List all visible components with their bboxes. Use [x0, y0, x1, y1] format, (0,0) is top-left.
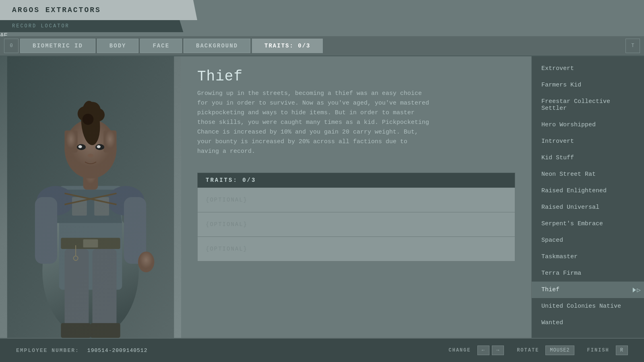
trait-list-item-introvert[interactable]: Introvert	[532, 133, 644, 150]
subtitle-bar: RECORD LOCATOR	[0, 20, 185, 32]
selected-trait-description: Growing up in the streets, becoming a th…	[197, 89, 431, 156]
change-buttons[interactable]: ← →	[477, 346, 504, 355]
portrait-background	[0, 56, 181, 338]
title-bar: ARGOS EXTRACTORS	[0, 0, 201, 20]
finish-key-btn[interactable]: R	[616, 346, 628, 355]
tab-index[interactable]: 0	[4, 39, 19, 53]
character-portrait	[0, 56, 181, 338]
tab-t[interactable]: T	[625, 39, 640, 53]
tab-face[interactable]: FACE	[140, 39, 182, 53]
trait-list-item-freestar-collective-settler[interactable]: Freestar Collective Settler	[532, 93, 644, 117]
trait-list-item-extrovert[interactable]: Extrovert	[532, 60, 644, 77]
trait-list-item-farmers-kid[interactable]: Farmers Kid	[532, 77, 644, 93]
trait-list-item-neon-street-rat[interactable]: Neon Street Rat	[532, 166, 644, 183]
rotate-key-btn[interactable]: MOUSE2	[545, 346, 574, 355]
rotate-label: ROTATE	[517, 348, 539, 353]
tab-body[interactable]: BODY	[97, 39, 139, 53]
finish-label: FINISH	[587, 348, 609, 353]
nav-tabs: 0 BIOMETRIC ID BODY FACE BACKGROUND TRAI…	[0, 36, 644, 56]
change-left-btn[interactable]: ←	[477, 346, 489, 355]
trait-list-item-raised-universal[interactable]: Raised Universal	[532, 199, 644, 216]
employee-number: 190514-2009140512	[87, 348, 148, 354]
trait-list-item-hero-worshipped[interactable]: Hero Worshipped	[532, 117, 644, 133]
trait-list-item-thief[interactable]: Thief▷	[532, 282, 644, 298]
description-panel: Thief Growing up in the streets, becomin…	[181, 56, 531, 338]
trait-list-item-raised-enlightened[interactable]: Raised Enlightened	[532, 183, 644, 199]
change-right-btn[interactable]: →	[492, 346, 504, 355]
portrait-area	[0, 56, 181, 338]
trait-list-item-kid-stuff[interactable]: Kid Stuff	[532, 150, 644, 166]
header: ARGOS EXTRACTORS RECORD LOCATOR AE	[0, 0, 644, 36]
trait-list[interactable]: ExtrovertFarmers KidFreestar Collective …	[531, 56, 644, 338]
svg-rect-35	[7, 56, 174, 338]
traits-header: TRAITS: 0/3	[197, 173, 515, 188]
footer: EMPLOYEE NUMBER: 190514-2009140512 CHANG…	[0, 338, 644, 362]
employee-label: EMPLOYEE NUMBER:	[16, 348, 79, 354]
trait-list-item-united-colonies-native[interactable]: United Colonies Native	[532, 298, 644, 315]
trait-list-item-taskmaster[interactable]: Taskmaster	[532, 249, 644, 265]
company-name: ARGOS EXTRACTORS	[12, 6, 101, 14]
trait-slot-3[interactable]: {OPTIONAL}	[197, 237, 515, 261]
tab-traits[interactable]: TRAITS: 0/3	[252, 39, 323, 53]
selected-trait-title: Thief	[197, 68, 515, 85]
tab-biometric[interactable]: BIOMETRIC ID	[20, 39, 95, 53]
main-content: Thief Growing up in the streets, becomin…	[0, 56, 644, 338]
trait-slot-1[interactable]: {OPTIONAL}	[197, 188, 515, 212]
tab-background[interactable]: BACKGROUND	[184, 39, 250, 53]
trait-list-item-wanted[interactable]: Wanted	[532, 315, 644, 331]
trait-list-item-spaced[interactable]: Spaced	[532, 232, 644, 249]
trait-list-item-serpent's-embrace[interactable]: Serpent's Embrace	[532, 216, 644, 232]
footer-actions: CHANGE ← → ROTATE MOUSE2 FINISH R	[449, 346, 628, 355]
trait-list-item-terra-firma[interactable]: Terra Firma	[532, 265, 644, 282]
subtitle-text: RECORD LOCATOR	[12, 23, 70, 29]
change-label: CHANGE	[449, 348, 471, 353]
traits-section: TRAITS: 0/3 {OPTIONAL} {OPTIONAL} {OPTIO…	[197, 173, 515, 261]
trait-slot-2[interactable]: {OPTIONAL}	[197, 212, 515, 237]
